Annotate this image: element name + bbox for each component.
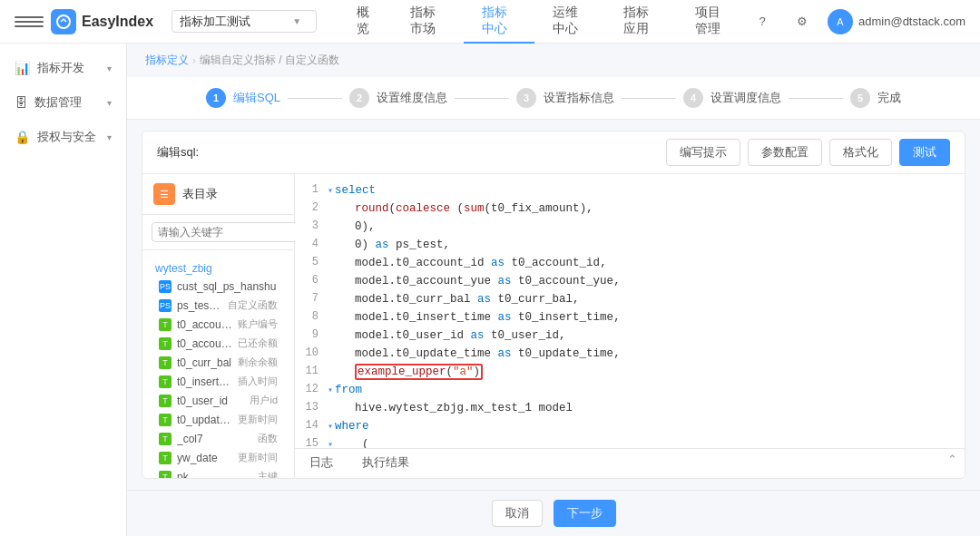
- metric-dev-icon: 📊: [15, 61, 30, 75]
- auth-security-icon: 🔒: [15, 130, 30, 144]
- breadcrumb-link-1[interactable]: 指标定义: [145, 53, 189, 68]
- list-item[interactable]: PS cust_sql_ps_hanshu: [152, 278, 285, 296]
- editor-body: ☰ 表目录 🔍 wytest_zbig PS cust_sql_ps_hansh…: [142, 174, 965, 478]
- tab-result[interactable]: 执行结果: [348, 449, 424, 478]
- editor-toolbar: 编辑sql: 编写提示 参数配置 格式化 测试: [142, 132, 965, 174]
- expand-icon[interactable]: ▾: [328, 440, 333, 448]
- sidebar-label-metric-dev: 指标开发: [37, 60, 84, 76]
- table-search-input[interactable]: [152, 222, 300, 242]
- expand-icon[interactable]: ▾: [328, 422, 333, 432]
- collapse-icon[interactable]: ⌃: [940, 449, 965, 478]
- step-2: 2 设置维度信息: [349, 88, 447, 108]
- sidebar-item-data-mgmt[interactable]: 🗄 数据管理 ▾: [0, 85, 126, 120]
- chevron-down-icon: ▾: [107, 63, 112, 73]
- code-line-3: 3 0),: [295, 218, 965, 236]
- username: admin@dtstack.com: [858, 15, 965, 28]
- list-item[interactable]: PS ps_test_hanshu 自定义函数: [152, 296, 285, 315]
- editor-area: 编辑sql: 编写提示 参数配置 格式化 测试 ☰ 表目录 🔍: [142, 131, 965, 479]
- item-type-icon: T: [159, 356, 172, 369]
- item-name: t0_user_id: [177, 395, 244, 407]
- step-2-circle: 2: [349, 88, 369, 108]
- item-name: cust_sql_ps_hanshu: [177, 280, 278, 293]
- nav-center[interactable]: 指标中心: [464, 0, 534, 44]
- nav-apply[interactable]: 指标应用: [605, 0, 676, 44]
- list-item[interactable]: T yw_date 更新时间: [152, 448, 285, 467]
- item-desc: 自定义函数: [228, 298, 278, 312]
- step-1-circle: 1: [206, 88, 226, 108]
- format-button[interactable]: 格式化: [829, 139, 892, 166]
- tab-log[interactable]: 日志: [295, 449, 348, 478]
- sidebar-item-auth-security[interactable]: 🔒 授权与安全 ▾: [0, 120, 126, 154]
- code-line-11: 11 example_upper("a"): [295, 363, 965, 381]
- step-1-label: 编辑SQL: [233, 90, 280, 106]
- bottom-tabs: 日志 执行结果 ⌃: [295, 448, 965, 478]
- nav-overview[interactable]: 概览: [338, 0, 392, 44]
- item-type-icon: T: [159, 414, 172, 426]
- dir-group-name[interactable]: wytest_zbig: [152, 259, 285, 278]
- sidebar-item-metric-dev[interactable]: 📊 指标开发 ▾: [0, 51, 126, 85]
- nav-project[interactable]: 项目管理: [677, 0, 748, 44]
- sql-editor[interactable]: 1 ▾select 2 round(coalesce (sum(t0_fix_a…: [295, 174, 965, 478]
- sql-code-area[interactable]: 1 ▾select 2 round(coalesce (sum(t0_fix_a…: [295, 174, 965, 448]
- table-dir-search: 🔍: [142, 215, 294, 250]
- list-item[interactable]: T _col7 函数: [152, 429, 285, 448]
- nav-links: 概览 指标市场 指标中心 运维中心 指标应用 项目管理: [338, 0, 748, 44]
- settings-icon[interactable]: ⚙: [788, 7, 817, 36]
- item-type-icon: T: [159, 395, 172, 407]
- item-desc: 函数: [258, 432, 278, 445]
- top-nav: EasyIndex ▼ 概览 指标市场 指标中心 运维中心 指标应用 项目管理 …: [0, 0, 980, 44]
- item-type-icon: PS: [159, 280, 172, 293]
- breadcrumb-sep: ›: [192, 54, 196, 67]
- list-item[interactable]: T t0_insert_time 插入时间: [152, 372, 285, 391]
- list-item[interactable]: T t0_account_id 账户编号: [152, 315, 285, 334]
- main-layout: 📊 指标开发 ▾ 🗄 数据管理 ▾ 🔒 授权与安全 ▾ 指标定义 › 编辑自定义…: [0, 44, 980, 536]
- code-line-5: 5 model.t0_account_id as t0_account_id,: [295, 254, 965, 272]
- menu-icon[interactable]: [15, 16, 44, 27]
- step-4-label: 设置调度信息: [710, 90, 781, 106]
- item-name: yw_date: [177, 452, 232, 464]
- step-2-label: 设置维度信息: [377, 90, 447, 106]
- expand-icon[interactable]: ▾: [328, 385, 333, 395]
- step-connector-4: [789, 98, 843, 99]
- expand-icon[interactable]: ▾: [328, 186, 333, 196]
- item-type-icon: T: [159, 337, 172, 350]
- logo-icon: [51, 9, 76, 34]
- next-button[interactable]: 下一步: [554, 500, 616, 527]
- search-box[interactable]: ▼: [172, 10, 317, 33]
- help-icon[interactable]: ?: [748, 7, 777, 36]
- table-dir-title: 表目录: [182, 186, 218, 202]
- step-3-circle: 3: [516, 88, 536, 108]
- sidebar: 📊 指标开发 ▾ 🗄 数据管理 ▾ 🔒 授权与安全 ▾: [0, 44, 127, 536]
- step-4-circle: 4: [683, 88, 703, 108]
- list-item[interactable]: T t0_account_yue 已还余额: [152, 334, 285, 353]
- breadcrumb-current: 编辑自定义指标 / 自定义函数: [200, 53, 339, 68]
- code-line-8: 8 model.t0_insert_time as t0_insert_time…: [295, 308, 965, 326]
- search-input[interactable]: [180, 15, 289, 28]
- list-item[interactable]: T t0_update_time 更新时间: [152, 410, 285, 429]
- nav-market[interactable]: 指标市场: [392, 0, 463, 44]
- write-hint-button[interactable]: 编写提示: [666, 139, 740, 166]
- search-dropdown-icon[interactable]: ▼: [292, 16, 301, 26]
- item-type-icon: T: [159, 471, 172, 479]
- item-type-icon: T: [159, 375, 172, 388]
- item-desc: 账户编号: [238, 317, 278, 331]
- dir-group: wytest_zbig PS cust_sql_ps_hanshu PS ps_…: [142, 256, 294, 478]
- item-name: t0_account_yue: [177, 337, 232, 350]
- step-3: 3 设置指标信息: [516, 88, 614, 108]
- code-line-9: 9 model.t0_user_id as t0_user_id,: [295, 326, 965, 345]
- params-config-button[interactable]: 参数配置: [748, 139, 822, 166]
- code-line-7: 7 model.t0_curr_bal as t0_curr_bal,: [295, 290, 965, 308]
- list-item[interactable]: T t0_curr_bal 剩余余额: [152, 353, 285, 372]
- user-menu[interactable]: A admin@dtstack.com: [828, 9, 965, 34]
- code-line-6: 6 model.t0_account_yue as t0_account_yue…: [295, 272, 965, 290]
- app-logo: EasyIndex: [51, 9, 153, 34]
- list-item[interactable]: T pk 主键: [152, 467, 285, 478]
- item-desc: 更新时间: [238, 413, 278, 426]
- cancel-button[interactable]: 取消: [492, 500, 543, 527]
- chevron-down-icon: ▾: [107, 98, 112, 108]
- list-item[interactable]: T t0_user_id 用户id: [152, 391, 285, 410]
- test-button[interactable]: 测试: [899, 139, 950, 166]
- nav-ops[interactable]: 运维中心: [534, 0, 605, 44]
- item-desc: 用户id: [250, 394, 278, 407]
- item-name: t0_update_time: [177, 414, 232, 426]
